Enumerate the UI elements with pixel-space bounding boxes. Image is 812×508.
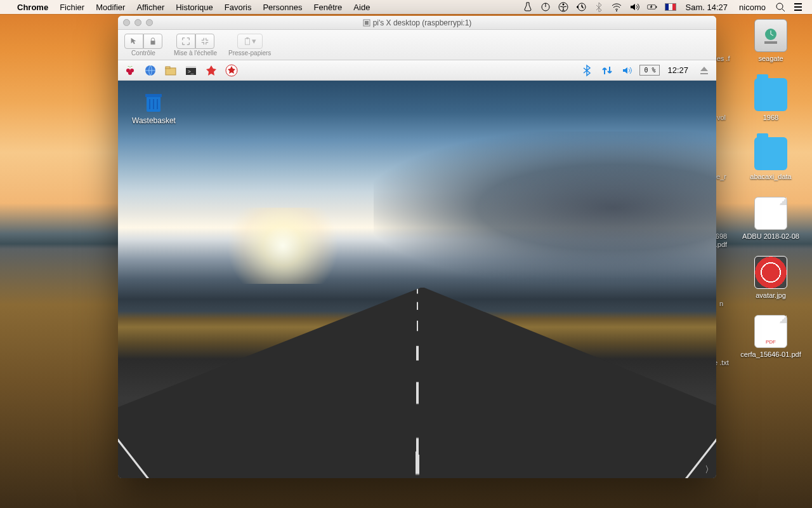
menu-fenetre[interactable]: Fenêtre [308, 3, 348, 12]
wallpaper-sun [213, 208, 353, 284]
document-icon: PDF [754, 315, 787, 348]
pi-network-icon[interactable] [599, 62, 615, 79]
svg-rect-12 [151, 41, 155, 44]
image-icon [754, 256, 787, 289]
vnc-window-title: pi's X desktop (raspberrypi:1) [373, 18, 472, 27]
toolbar-fullscreen-button[interactable] [176, 34, 195, 49]
desktop-icon-label: abacaxi_data [750, 173, 791, 181]
desktop-icon-label: ADBU 2018-02-08 [742, 232, 799, 241]
toolbar-group-controle: Contrôle [124, 34, 162, 57]
menuextra-battery-icon[interactable] [647, 2, 657, 12]
menuextra-wifi-icon[interactable] [612, 2, 622, 12]
pi-volume-icon[interactable] [619, 62, 636, 79]
toolbar-fit-button[interactable] [195, 34, 214, 49]
pi-wastebasket-label: Wastebasket [132, 116, 176, 125]
menu-favoris[interactable]: Favoris [219, 3, 258, 12]
desktop-icon-abacaxi[interactable]: abacaxi_data [736, 137, 806, 181]
mac-menubar: Chrome Fichier Modifier Afficher Histori… [0, 0, 812, 14]
toolbar-cursor-button[interactable] [124, 34, 143, 49]
folder-icon [754, 137, 787, 170]
desktop-icon-label: avatar.jpg [756, 291, 786, 300]
vnc-window: pi's X desktop (raspberrypi:1) Contrôle … [118, 16, 716, 478]
desktop-icon-seagate[interactable]: seagate [736, 19, 806, 63]
menuextra-accessibility-icon[interactable] [558, 2, 568, 12]
pi-terminal-icon[interactable]: >_ [183, 62, 199, 79]
menu-modifier[interactable]: Modifier [90, 3, 131, 12]
wallpaper-clouds [374, 131, 716, 284]
spotlight-icon[interactable] [775, 2, 785, 12]
svg-point-2 [562, 4, 564, 6]
pi-panel-arrow-icon[interactable]: 〉 [705, 464, 714, 476]
toolbar-lock-button[interactable] [143, 34, 162, 49]
pi-battery-indicator[interactable]: 0 % [639, 65, 660, 76]
svg-rect-22 [186, 66, 196, 68]
vnc-toolbar: Contrôle Mise à l'échelle ▾ Presse-papie… [118, 30, 716, 60]
menuextra-power-icon[interactable] [540, 2, 551, 12]
toolbar-label: Contrôle [131, 50, 155, 57]
menuextra-bluetooth-icon[interactable] [594, 2, 604, 12]
svg-rect-9 [764, 41, 777, 44]
vnc-title-icon [363, 19, 370, 27]
pi-clock[interactable]: 12:27 [664, 65, 692, 75]
pi-panel: >_ 0 % 12:27 [118, 60, 716, 81]
traffic-minimize-icon[interactable] [134, 19, 141, 26]
svg-rect-11 [365, 21, 369, 25]
menuextra-beaker-icon[interactable] [523, 2, 533, 12]
pi-desktop: >_ 0 % 12:27 [118, 60, 716, 478]
desktop-icon-adbu[interactable]: ADBU 2018-02-08 [736, 197, 806, 241]
svg-point-4 [616, 10, 617, 11]
pi-mathematica-icon[interactable] [203, 62, 219, 79]
pi-eject-icon[interactable] [696, 62, 712, 79]
menuextra-timemachine-icon[interactable] [576, 2, 586, 12]
menuextra-input-flag[interactable] [665, 3, 676, 11]
desktop-icons-column: seagate 1968 abacaxi_data ADBU 2018-02-0… [736, 19, 806, 359]
svg-rect-6 [656, 6, 657, 8]
menu-historique[interactable]: Historique [170, 3, 219, 12]
menubar-clock[interactable]: Sam. 14:27 [680, 3, 734, 12]
menu-aide[interactable]: Aide [348, 3, 376, 12]
desktop-icon-label: cerfa_15646-01.pdf [740, 351, 801, 359]
pi-browser-icon[interactable] [142, 62, 159, 79]
toolbar-clipboard-button[interactable]: ▾ [237, 34, 263, 49]
svg-rect-14 [246, 37, 249, 39]
pi-wallpaper[interactable]: Wastebasket 〉 [118, 81, 716, 478]
vnc-titlebar[interactable]: pi's X desktop (raspberrypi:1) [118, 16, 716, 30]
pi-bluetooth-icon[interactable] [579, 62, 595, 79]
pi-filemanager-icon[interactable] [162, 62, 179, 79]
menu-fichier[interactable]: Fichier [54, 3, 90, 12]
notification-center-icon[interactable] [793, 2, 803, 12]
trash-icon [140, 88, 167, 115]
desktop-icon-1968[interactable]: 1968 [736, 78, 806, 122]
pi-menu-raspberry-icon[interactable] [122, 62, 138, 79]
svg-rect-19 [166, 68, 176, 75]
desktop-icon-label: 1968 [763, 114, 778, 122]
menu-personnes[interactable]: Personnes [257, 3, 308, 12]
menubar-app[interactable]: Chrome [11, 3, 54, 12]
mac-desktop: Chrome Fichier Modifier Afficher Histori… [0, 0, 812, 508]
pi-wolfram-icon[interactable] [223, 62, 240, 79]
toolbar-label: Mise à l'échelle [174, 50, 217, 57]
svg-point-7 [776, 3, 783, 10]
desktop-icon-label: seagate [758, 55, 783, 63]
document-icon [754, 197, 787, 230]
svg-text:>_: >_ [188, 69, 194, 74]
toolbar-label: Presse-papiers [228, 50, 271, 57]
svg-point-17 [128, 71, 132, 75]
menubar-user[interactable]: nicomo [733, 3, 771, 12]
toolbar-group-presse: ▾ Presse-papiers [228, 34, 271, 57]
menu-afficher[interactable]: Afficher [131, 3, 170, 12]
menuextra-volume-icon[interactable] [629, 2, 639, 12]
folder-icon [754, 78, 787, 111]
svg-rect-20 [166, 67, 170, 69]
pi-wastebasket[interactable]: Wastebasket [132, 88, 176, 125]
window-traffic-lights[interactable] [123, 19, 153, 26]
traffic-close-icon[interactable] [123, 19, 130, 26]
drive-icon [754, 19, 787, 52]
desktop-icon-avatar[interactable]: avatar.jpg [736, 256, 806, 300]
traffic-zoom-icon[interactable] [146, 19, 153, 26]
desktop-icon-cerfa[interactable]: PDF cerfa_15646-01.pdf [736, 315, 806, 359]
toolbar-group-echelle: Mise à l'échelle [174, 34, 217, 57]
svg-rect-13 [246, 38, 250, 44]
svg-rect-26 [145, 94, 162, 97]
